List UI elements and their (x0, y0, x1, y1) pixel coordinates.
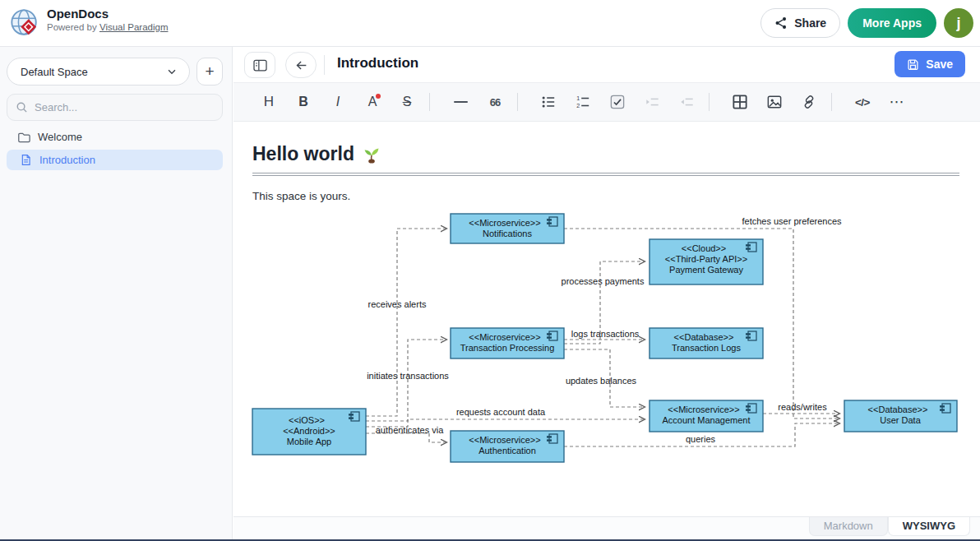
edge-receives-alerts (366, 229, 446, 416)
folder-icon (17, 131, 30, 144)
sidebar: Default Space + Welcome Introduction (0, 47, 233, 541)
format-toolbar: H B I A S 66 1 2 (233, 82, 980, 122)
font-color-button[interactable]: A (360, 90, 385, 114)
svg-text:<<Android>>: <<Android>> (283, 426, 335, 436)
space-selector[interactable]: Default Space (7, 58, 190, 86)
toolbar-divider (517, 93, 518, 111)
sidebar-item-welcome[interactable]: Welcome (0, 127, 233, 147)
node-user-data[interactable]: <<Database>> User Data (844, 400, 957, 432)
svg-text:2: 2 (576, 102, 580, 109)
search-icon (16, 101, 28, 113)
editor-footer: Markdown WYSIWYG (233, 516, 980, 539)
node-notifications[interactable]: <<Microservice>> Notifications (451, 214, 564, 243)
search-input[interactable] (35, 101, 214, 113)
visual-paradigm-link[interactable]: Visual Paradigm (99, 22, 169, 32)
svg-text:<<Microservice>>: <<Microservice>> (469, 218, 540, 228)
tab-wysiwyg[interactable]: WYSIWYG (888, 517, 970, 536)
code-button[interactable]: </> (850, 90, 875, 114)
edge-label: fetches user preferences (742, 216, 842, 226)
outdent-icon (679, 95, 695, 109)
node-account-management[interactable]: <<Microservice>> Account Management (649, 400, 763, 432)
horizontal-rule-icon (454, 101, 468, 103)
add-page-button[interactable]: + (196, 58, 223, 86)
edge-label: reads/writes (778, 402, 827, 412)
document-header: Introduction Save (233, 47, 980, 82)
bullet-list-icon (541, 95, 556, 109)
table-icon (733, 95, 747, 109)
svg-text:<<Microservice>>: <<Microservice>> (668, 405, 739, 414)
italic-button[interactable]: I (326, 90, 350, 114)
more-tools-button[interactable]: ⋯ (885, 90, 909, 114)
indent-icon (645, 95, 660, 109)
space-selector-value: Default Space (21, 66, 88, 78)
svg-text:Notifications: Notifications (483, 229, 532, 238)
link-icon (802, 95, 816, 109)
header-actions: Share More Apps j (760, 8, 973, 38)
back-button[interactable] (285, 52, 317, 78)
tree-item-label: Welcome (38, 131, 82, 143)
indent-button[interactable] (640, 90, 664, 114)
panel-left-icon (253, 59, 267, 72)
bullet-list-button[interactable] (536, 90, 561, 114)
bold-button[interactable]: B (291, 90, 316, 114)
toolbar-divider (429, 93, 430, 111)
insert-link-button[interactable] (797, 90, 821, 114)
mode-tabs: Markdown WYSIWYG (809, 517, 970, 536)
node-mobile-app[interactable]: <<iOS>> <<Android>> Mobile App (252, 409, 366, 455)
save-label: Save (926, 58, 953, 71)
font-color-dot-icon (376, 94, 381, 99)
svg-text:Mobile App: Mobile App (287, 437, 331, 446)
more-apps-button[interactable]: More Apps (848, 8, 936, 38)
save-button[interactable]: Save (894, 51, 965, 77)
document-canvas[interactable]: Hello world This space is yours. (233, 122, 980, 516)
task-list-button[interactable] (605, 90, 630, 114)
powered-by: Powered by Visual Paradigm (47, 22, 168, 32)
task-list-icon (610, 95, 625, 109)
edge-label: authenticates via (376, 425, 444, 435)
node-authentication[interactable]: <<Microservice>> Authentication (451, 431, 564, 462)
app-header: OpenDocs Powered by Visual Paradigm Shar… (0, 0, 980, 47)
insert-image-button[interactable] (762, 90, 787, 114)
share-icon (774, 16, 788, 30)
node-payment-gateway[interactable]: <<Cloud>> <<Third-Party API>> Payment Ga… (649, 239, 763, 284)
sidebar-item-introduction[interactable]: Introduction (7, 150, 223, 170)
svg-text:<<Database>>: <<Database>> (674, 332, 734, 342)
blockquote-button[interactable]: 66 (483, 90, 507, 114)
chevron-down-icon (166, 66, 178, 77)
horizontal-rule-button[interactable] (448, 90, 473, 114)
heading-button[interactable]: H (257, 90, 281, 114)
node-transaction-processing[interactable]: <<Microservice>> Transaction Processing (451, 328, 564, 358)
share-button[interactable]: Share (760, 8, 840, 38)
strikethrough-button[interactable]: S (395, 90, 419, 114)
save-icon (907, 58, 919, 71)
outdent-button[interactable] (674, 90, 699, 114)
component-diagram[interactable]: receives alerts initiates transactions a… (247, 208, 974, 475)
numbered-list-button[interactable]: 1 2 (571, 90, 595, 114)
search-box (7, 94, 223, 121)
svg-text:<<iOS>>: <<iOS>> (289, 415, 325, 425)
edge-label: requests account data (456, 407, 546, 417)
tree-item-label: Introduction (39, 154, 95, 166)
toolbar-divider (709, 93, 710, 111)
edge-label: processes payments (562, 276, 645, 286)
image-icon (767, 95, 782, 109)
toggle-sidebar-button[interactable] (244, 52, 275, 78)
opendocs-logo-icon (9, 7, 40, 39)
brand-block: OpenDocs Powered by Visual Paradigm (47, 7, 168, 32)
edge-label: updates balances (566, 376, 637, 386)
page-tree: Welcome Introduction (0, 127, 233, 173)
share-label: Share (794, 16, 826, 30)
svg-text:1: 1 (576, 95, 580, 102)
svg-text:Payment Gateway: Payment Gateway (669, 265, 743, 275)
numbered-list-icon: 1 2 (576, 95, 590, 109)
app-title: OpenDocs (47, 7, 168, 21)
svg-text:User Data: User Data (880, 415, 921, 425)
insert-table-button[interactable] (728, 90, 752, 114)
edge-label: logs transactions (571, 329, 640, 339)
svg-text:<<Cloud>>: <<Cloud>> (682, 243, 726, 253)
document-heading: Hello world (252, 143, 959, 176)
svg-text:<<Microservice>>: <<Microservice>> (469, 332, 540, 342)
avatar[interactable]: j (944, 8, 973, 38)
node-transaction-logs[interactable]: <<Database>> Transaction Logs (649, 328, 763, 358)
tab-markdown[interactable]: Markdown (809, 517, 888, 536)
